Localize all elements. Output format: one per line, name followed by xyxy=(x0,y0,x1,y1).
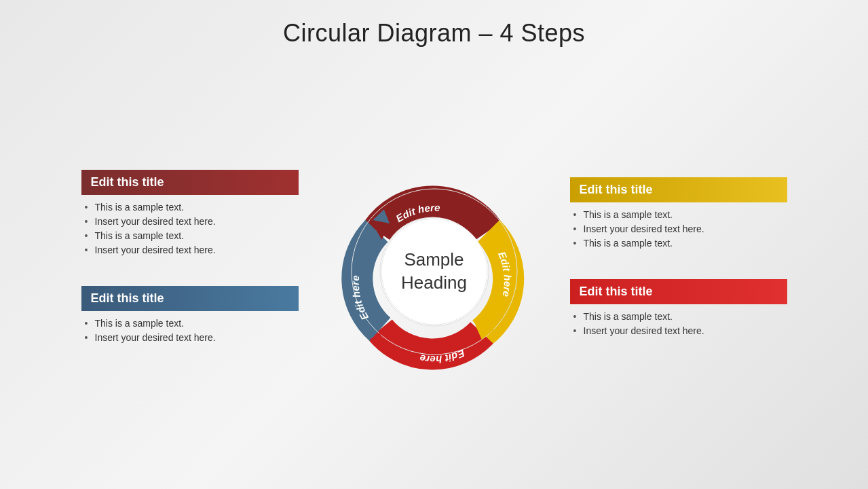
panel-top-left: Edit this title This is a sample text. I… xyxy=(81,170,299,259)
panel-top-right-title[interactable]: Edit this title xyxy=(570,177,787,202)
list-item: This is a sample text. xyxy=(573,311,787,322)
panel-bottom-right-bullets: This is a sample text. Insert your desir… xyxy=(570,311,787,336)
panel-bottom-left-bullets: This is a sample text. Insert your desir… xyxy=(81,318,299,343)
panel-bottom-left: Edit this title This is a sample text. I… xyxy=(81,286,299,346)
list-item: This is a sample text. xyxy=(573,238,787,249)
list-item: This is a sample text. xyxy=(573,209,787,220)
panel-bottom-right-title[interactable]: Edit this title xyxy=(570,279,787,304)
panel-top-left-title[interactable]: Edit this title xyxy=(81,170,299,195)
list-item: Insert your desired text here. xyxy=(85,332,299,343)
circular-diagram[interactable]: Edit here Edit here Edit here Edit here … xyxy=(319,156,550,387)
panel-bottom-right: Edit this title This is a sample text. I… xyxy=(570,279,787,340)
left-panels: Edit this title This is a sample text. I… xyxy=(81,170,299,346)
page-title: Circular Diagram – 4 Steps xyxy=(283,19,585,48)
panel-top-left-bullets: This is a sample text. Insert your desir… xyxy=(81,202,299,255)
list-item: This is a sample text. xyxy=(85,230,299,241)
list-item: Insert your desired text here. xyxy=(85,244,299,255)
panel-top-right: Edit this title This is a sample text. I… xyxy=(570,177,787,252)
right-panels: Edit this title This is a sample text. I… xyxy=(570,177,787,340)
list-item: This is a sample text. xyxy=(85,318,299,329)
list-item: Insert your desired text here. xyxy=(85,216,299,227)
svg-point-2 xyxy=(381,219,487,325)
content-area: Edit this title This is a sample text. I… xyxy=(0,54,868,489)
list-item: This is a sample text. xyxy=(85,202,299,213)
panel-bottom-left-title[interactable]: Edit this title xyxy=(81,286,299,311)
panel-top-right-bullets: This is a sample text. Insert your desir… xyxy=(570,209,787,249)
list-item: Insert your desired text here. xyxy=(573,325,787,336)
list-item: Insert your desired text here. xyxy=(573,223,787,234)
